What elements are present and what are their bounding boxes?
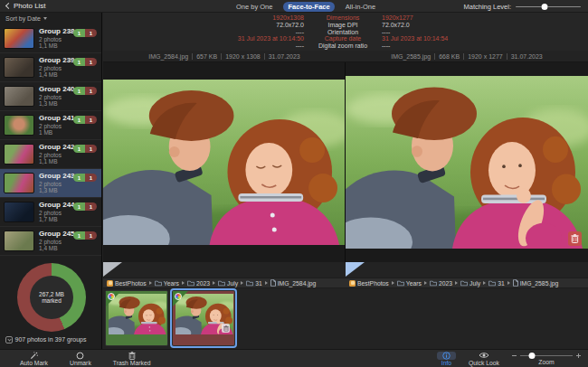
group-name: Group 238 xyxy=(39,27,75,35)
folder-icon xyxy=(430,280,437,287)
file-name: IMG_2584.jpg xyxy=(145,53,192,60)
file-size: 668 KB xyxy=(434,53,463,60)
tab-one-by-one[interactable]: One by One xyxy=(232,2,277,12)
right-value: 1920x1277 xyxy=(382,14,588,22)
group-name: Group 241 xyxy=(39,114,75,122)
matching-level-slider[interactable] xyxy=(516,3,581,10)
eye-icon xyxy=(479,352,489,359)
metadata-row-digital-zoom: ---- Digital zoom ratio ---- xyxy=(103,42,588,50)
group-row-243-selected[interactable]: Group 243 2 photos 1,3 MB 1 1 xyxy=(0,169,101,198)
crumb-folder[interactable]: July xyxy=(460,280,480,287)
file-dimensions: 1920 x 1277 xyxy=(463,53,507,60)
group-name: Group 240 xyxy=(39,85,75,93)
metadata-row-orientation: ---- Orientation ---- xyxy=(103,29,588,36)
zoom-label: Zoom xyxy=(538,360,554,366)
group-row-238[interactable]: Group 238 2 photos 1,1 MB 1 1 xyxy=(0,24,101,53)
slider-thumb[interactable] xyxy=(542,4,548,10)
zoom-out-icon[interactable] xyxy=(512,355,517,356)
group-photo-count: 2 photos xyxy=(39,152,75,158)
file-date: 31.07.2023 xyxy=(507,53,546,60)
folder-icon xyxy=(155,280,162,287)
photos-colorwheel-icon xyxy=(108,293,115,300)
crumb-folder[interactable]: July xyxy=(218,280,238,287)
left-file-header: IMG_2584.jpg 657 KB 1920 x 1308 31.07.20… xyxy=(103,51,346,61)
keep-count-badge: 1 xyxy=(73,231,85,240)
group-row-239[interactable]: Group 239 2 photos 1,4 MB 1 1 xyxy=(0,53,101,82)
zoom-slider[interactable] xyxy=(520,353,573,359)
crumb-folder[interactable]: 31 xyxy=(246,280,262,287)
slider-thumb[interactable] xyxy=(528,353,535,359)
field-label: Orientation xyxy=(304,29,382,36)
thumbnail-tile-marked-selected[interactable] xyxy=(172,290,235,346)
group-size: 1,3 MB xyxy=(39,187,75,193)
file-headers-row: IMG_2584.jpg 657 KB 1920 x 1308 31.07.20… xyxy=(103,51,588,62)
group-row-242[interactable]: Group 242 2 photos 1,1 MB 1 1 xyxy=(0,140,101,169)
left-breadcrumb: BestPhotos Years 2023 July 31 IMG_2584.j… xyxy=(103,278,346,287)
group-photo-count: 2 photos xyxy=(39,123,75,129)
field-label: Capture date xyxy=(304,35,382,42)
quick-look-button[interactable]: Quick Look xyxy=(469,350,499,367)
zoom-in-icon[interactable] xyxy=(576,353,581,358)
crumb-folder[interactable]: 31 xyxy=(488,280,505,287)
trash-overlay-button[interactable] xyxy=(568,231,582,246)
group-row-240[interactable]: Group 240 2 photos 1,3 MB 1 1 xyxy=(0,82,101,111)
group-thumbnail xyxy=(4,202,34,222)
crumb-library[interactable]: BestPhotos xyxy=(349,280,389,287)
right-file-header: IMG_2585.jpg 668 KB 1920 x 1277 31.07.20… xyxy=(346,51,588,61)
marked-size-caption: marked xyxy=(42,297,62,304)
marked-summary-panel: 267,2 MB marked 907 photos in 397 groups xyxy=(0,256,101,349)
thumbnail-tile-kept[interactable] xyxy=(105,290,168,346)
matching-level-label: Matching Level: xyxy=(463,3,511,11)
magic-wand-icon xyxy=(30,352,38,360)
unmark-button[interactable]: Unmark xyxy=(70,350,91,367)
group-photo-count: 2 photos xyxy=(39,181,75,187)
collapse-chart-icon[interactable] xyxy=(5,336,13,343)
group-badges: 1 1 xyxy=(73,116,97,124)
crumb-folder[interactable]: 2023 xyxy=(430,280,452,287)
photos-groups-summary: 907 photos in 397 groups xyxy=(0,336,101,343)
trash-icon xyxy=(223,325,229,332)
crumb-folder[interactable]: 2023 xyxy=(187,280,210,287)
marked-count-badge: 1 xyxy=(85,29,97,37)
left-value: 1920x1308 xyxy=(103,14,304,22)
tab-all-in-one[interactable]: All-in-One xyxy=(341,2,380,12)
group-photo-count: 2 photos xyxy=(39,36,75,42)
group-thumbnail xyxy=(4,231,34,251)
breadcrumb-separator-icon xyxy=(392,281,394,285)
metadata-row-dimensions: 1920x1308 Dimensions 1920x1277 xyxy=(103,14,588,22)
left-photo-panel[interactable] xyxy=(103,62,346,262)
file-size: 657 KB xyxy=(192,53,221,60)
trash-marked-button[interactable]: Trash Marked xyxy=(113,350,151,367)
group-photo-count: 2 photos xyxy=(39,94,75,100)
crumb-folder[interactable]: Years xyxy=(397,280,422,287)
group-size: 1,3 MB xyxy=(39,100,75,107)
back-to-photo-list-button[interactable]: Photo List xyxy=(6,2,46,10)
right-photo-panel[interactable] xyxy=(346,62,588,262)
group-row-245[interactable]: Group 245 2 photos 1,4 MB 1 1 xyxy=(0,227,101,256)
crumb-folder[interactable]: Years xyxy=(155,280,179,287)
info-button-active[interactable]: Info xyxy=(437,350,456,367)
group-row-244[interactable]: Group 244 2 photos 1,7 MB 1 1 xyxy=(0,198,101,227)
breadcrumb-separator-icon xyxy=(265,281,268,285)
auto-mark-button[interactable]: Auto Mark xyxy=(20,350,48,367)
group-name: Group 239 xyxy=(39,56,75,64)
field-label: Digital zoom ratio xyxy=(304,42,382,50)
tab-face-to-face[interactable]: Face-to-Face xyxy=(283,2,334,12)
folder-icon xyxy=(488,280,496,287)
marked-count-badge: 1 xyxy=(85,145,97,153)
sort-by-dropdown[interactable]: Sort by Date xyxy=(0,13,101,24)
group-size: 1,4 MB xyxy=(39,71,75,78)
right-breadcrumb: BestPhotos Years 2023 July 31 IMG_2585.j… xyxy=(346,278,588,287)
group-badges: 1 1 xyxy=(73,202,97,211)
crumb-library[interactable]: BestPhotos xyxy=(107,280,147,287)
crumb-file[interactable]: IMG_2584.jpg xyxy=(270,279,317,287)
breadcrumb-separator-icon xyxy=(507,281,510,285)
crumb-file[interactable]: IMG_2585.jpg xyxy=(513,279,559,287)
group-thumbnail xyxy=(4,115,34,136)
group-row-241[interactable]: Group 241 2 photos 1 MB 1 1 xyxy=(0,111,101,140)
group-badges: 1 1 xyxy=(73,174,97,182)
field-label: Dimensions xyxy=(304,14,382,22)
group-size: 1,1 MB xyxy=(39,158,75,165)
breadcrumbs-row: BestPhotos Years 2023 July 31 IMG_2584.j… xyxy=(103,278,588,288)
metadata-row-dpi: 72.0x72.0 Image DPI 72.0x72.0 xyxy=(103,22,588,29)
